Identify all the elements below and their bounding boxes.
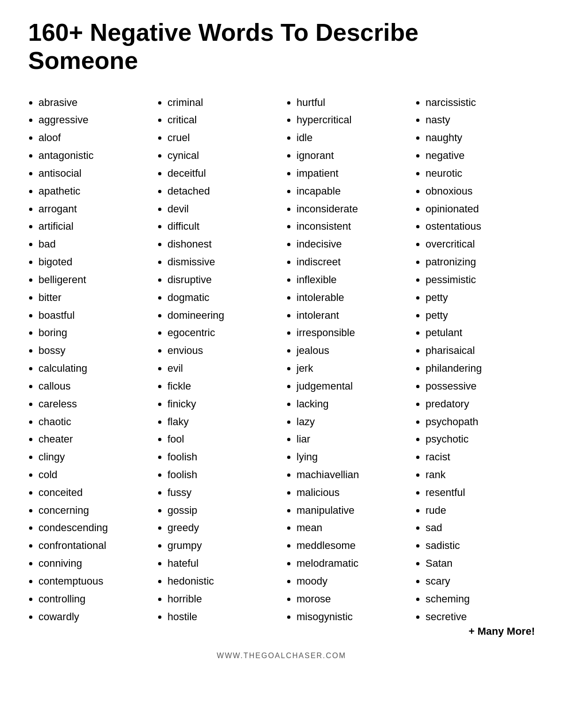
word-columns: abrasiveaggressivealoofantagonisticantis… bbox=[28, 94, 535, 638]
column-1: abrasiveaggressivealoofantagonisticantis… bbox=[28, 94, 148, 638]
list-item: hateful bbox=[167, 555, 277, 572]
list-item: melodramatic bbox=[297, 555, 406, 572]
list-item: fool bbox=[167, 430, 277, 448]
list-item: cowardly bbox=[38, 608, 148, 626]
list-item: bigoted bbox=[38, 253, 148, 271]
list-item: critical bbox=[167, 111, 277, 129]
column-4: narcissisticnastynaughtynegativeneurotic… bbox=[415, 94, 535, 638]
list-item: fickle bbox=[167, 377, 277, 395]
list-item: jealous bbox=[297, 342, 406, 360]
list-item: devil bbox=[167, 200, 277, 218]
list-item: rude bbox=[426, 502, 535, 519]
list-item: impatient bbox=[297, 165, 406, 182]
list-item: morose bbox=[297, 590, 406, 608]
list-item: nasty bbox=[426, 111, 535, 129]
list-item: negative bbox=[426, 147, 535, 165]
list-item: irresponsible bbox=[297, 324, 406, 342]
list-item: abrasive bbox=[38, 94, 148, 112]
list-item: belligerent bbox=[38, 271, 148, 289]
list-item: contemptuous bbox=[38, 572, 148, 590]
list-item: racist bbox=[426, 448, 535, 466]
list-item: lazy bbox=[297, 413, 406, 431]
list-item: callous bbox=[38, 377, 148, 395]
list-item: idle bbox=[297, 129, 406, 147]
list-item: inconsiderate bbox=[297, 200, 406, 218]
list-item: secretive bbox=[426, 608, 535, 626]
list-item: bad bbox=[38, 235, 148, 253]
list-item: arrogant bbox=[38, 200, 148, 218]
list-item: petty bbox=[426, 307, 535, 324]
list-item: confrontational bbox=[38, 537, 148, 555]
list-item: opinionated bbox=[426, 200, 535, 218]
list-item: foolish bbox=[167, 466, 277, 484]
list-item: moody bbox=[297, 572, 406, 590]
list-item: evil bbox=[167, 360, 277, 377]
list-item: hurtful bbox=[297, 94, 406, 112]
list-item: incapable bbox=[297, 182, 406, 200]
list-item: gossip bbox=[167, 502, 277, 519]
list-item: criminal bbox=[167, 94, 277, 112]
list-item: envious bbox=[167, 342, 277, 360]
list-item: cheater bbox=[38, 430, 148, 448]
footer-url: WWW.THEGOALCHASER.COM bbox=[28, 652, 535, 660]
list-item: intolerant bbox=[297, 307, 406, 324]
list-item: antisocial bbox=[38, 165, 148, 182]
list-item: rank bbox=[426, 466, 535, 484]
list-item: petulant bbox=[426, 324, 535, 342]
list-item: sadistic bbox=[426, 537, 535, 555]
list-item: concerning bbox=[38, 502, 148, 519]
plus-more-label: + Many More! bbox=[415, 625, 535, 638]
list-item: pharisaical bbox=[426, 342, 535, 360]
list-item: dishonest bbox=[167, 235, 277, 253]
list-item: indiscreet bbox=[297, 253, 406, 271]
column-3: hurtfulhypercriticalidleignorantimpatien… bbox=[286, 94, 406, 638]
list-item: aloof bbox=[38, 129, 148, 147]
list-item: obnoxious bbox=[426, 182, 535, 200]
list-item: boring bbox=[38, 324, 148, 342]
list-item: scary bbox=[426, 572, 535, 590]
list-item: conniving bbox=[38, 555, 148, 572]
list-item: naughty bbox=[426, 129, 535, 147]
list-item: ignorant bbox=[297, 147, 406, 165]
list-item: horrible bbox=[167, 590, 277, 608]
list-item: intolerable bbox=[297, 289, 406, 307]
list-item: greedy bbox=[167, 519, 277, 537]
list-item: scheming bbox=[426, 590, 535, 608]
list-item: malicious bbox=[297, 484, 406, 502]
list-item: hedonistic bbox=[167, 572, 277, 590]
list-item: hypercritical bbox=[297, 111, 406, 129]
list-item: resentful bbox=[426, 484, 535, 502]
list-item: misogynistic bbox=[297, 608, 406, 626]
list-item: fussy bbox=[167, 484, 277, 502]
list-item: patronizing bbox=[426, 253, 535, 271]
list-item: psychopath bbox=[426, 413, 535, 431]
list-item: indecisive bbox=[297, 235, 406, 253]
list-item: clingy bbox=[38, 448, 148, 466]
list-item: bossy bbox=[38, 342, 148, 360]
list-item: judgemental bbox=[297, 377, 406, 395]
list-item: cynical bbox=[167, 147, 277, 165]
list-item: petty bbox=[426, 289, 535, 307]
list-item: lying bbox=[297, 448, 406, 466]
list-item: domineering bbox=[167, 307, 277, 324]
list-item: condescending bbox=[38, 519, 148, 537]
list-item: dogmatic bbox=[167, 289, 277, 307]
list-item: detached bbox=[167, 182, 277, 200]
list-item: psychotic bbox=[426, 430, 535, 448]
list-item: possessive bbox=[426, 377, 535, 395]
list-item: manipulative bbox=[297, 502, 406, 519]
list-item: finicky bbox=[167, 395, 277, 413]
list-item: grumpy bbox=[167, 537, 277, 555]
list-item: apathetic bbox=[38, 182, 148, 200]
list-item: ostentatious bbox=[426, 218, 535, 235]
list-item: pessimistic bbox=[426, 271, 535, 289]
list-item: artificial bbox=[38, 218, 148, 235]
list-item: jerk bbox=[297, 360, 406, 377]
list-item: meddlesome bbox=[297, 537, 406, 555]
list-item: chaotic bbox=[38, 413, 148, 431]
list-item: aggressive bbox=[38, 111, 148, 129]
list-item: egocentric bbox=[167, 324, 277, 342]
list-item: lacking bbox=[297, 395, 406, 413]
list-item: liar bbox=[297, 430, 406, 448]
list-item: hostile bbox=[167, 608, 277, 626]
